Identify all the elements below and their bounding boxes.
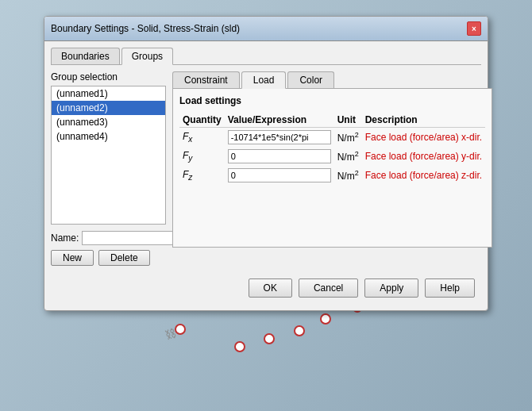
title-text: Boundary Settings - Solid, Stress-Strain… bbox=[51, 23, 240, 34]
ok-button[interactable]: OK bbox=[249, 278, 292, 298]
dialog-window: Boundary Settings - Solid, Stress-Strain… bbox=[44, 16, 488, 311]
main-layout: Group selection (unnamed1) (unnamed2) (u… bbox=[51, 71, 481, 266]
right-panel: Constraint Load Color Load settings Quan… bbox=[172, 71, 492, 266]
name-row: Name: bbox=[51, 231, 166, 245]
group-list[interactable]: (unnamed1) (unnamed2) (unnamed3) (unname… bbox=[51, 86, 166, 225]
title-bar: Boundary Settings - Solid, Stress-Strain… bbox=[44, 17, 488, 41]
quantity-fz: Fz bbox=[179, 166, 225, 185]
bottom-button-bar: OK Cancel Apply Help bbox=[51, 272, 481, 304]
tab-boundaries[interactable]: Boundaries bbox=[51, 48, 120, 64]
close-button[interactable]: × bbox=[467, 21, 481, 36]
tab-groups[interactable]: Groups bbox=[121, 48, 173, 65]
value-cell-fx bbox=[225, 128, 334, 148]
quantity-fx: Fx bbox=[179, 128, 225, 148]
table-row: Fy N/m2 Face load (force/area) y-dir. bbox=[179, 147, 485, 166]
value-cell-fz bbox=[225, 166, 334, 185]
unit-fz: N/m2 bbox=[334, 166, 362, 185]
apply-button[interactable]: Apply bbox=[364, 278, 418, 298]
group-item-1[interactable]: (unnamed1) bbox=[52, 86, 165, 101]
group-item-4[interactable]: (unnamed4) bbox=[52, 129, 165, 144]
tab-constraint[interactable]: Constraint bbox=[172, 71, 240, 88]
table-row: Fz N/m2 Face load (force/area) z-dir. bbox=[179, 166, 485, 185]
table-row: Fx N/m2 Face load (force/area) x-dir. bbox=[179, 128, 485, 148]
desc-fx: Face load (force/area) x-dir. bbox=[362, 128, 485, 148]
button-row: New Delete bbox=[51, 250, 166, 266]
value-cell-fy bbox=[225, 147, 334, 166]
load-table: Quantity Value/Expression Unit Descripti… bbox=[179, 113, 485, 185]
help-button[interactable]: Help bbox=[425, 278, 475, 298]
dialog-content: Boundaries Groups Group selection (unnam… bbox=[44, 41, 488, 310]
col-description: Description bbox=[362, 113, 485, 128]
desc-fy: Face load (force/area) y-dir. bbox=[362, 147, 485, 166]
group-selection-label: Group selection bbox=[51, 71, 166, 83]
new-button[interactable]: New bbox=[51, 250, 94, 266]
col-unit: Unit bbox=[334, 113, 362, 128]
settings-panel: Load settings Quantity Value/Expression … bbox=[172, 89, 492, 248]
value-input-fy[interactable] bbox=[228, 149, 331, 163]
group-item-3[interactable]: (unnamed3) bbox=[52, 115, 165, 129]
delete-button[interactable]: Delete bbox=[98, 250, 150, 266]
col-value: Value/Expression bbox=[225, 113, 334, 128]
tab-color[interactable]: Color bbox=[287, 71, 334, 88]
cancel-button[interactable]: Cancel bbox=[299, 278, 358, 298]
left-panel: Group selection (unnamed1) (unnamed2) (u… bbox=[51, 71, 166, 266]
unit-fx: N/m2 bbox=[334, 128, 362, 148]
settings-title: Load settings bbox=[179, 95, 485, 106]
name-label: Name: bbox=[51, 232, 79, 244]
top-tab-bar: Boundaries Groups bbox=[51, 48, 481, 65]
group-item-2[interactable]: (unnamed2) bbox=[52, 101, 165, 115]
unit-fy: N/m2 bbox=[334, 147, 362, 166]
tab-load[interactable]: Load bbox=[241, 71, 287, 89]
value-input-fx[interactable] bbox=[228, 130, 331, 144]
value-input-fz[interactable] bbox=[228, 168, 331, 182]
quantity-fy: Fy bbox=[179, 147, 225, 166]
sub-tab-bar: Constraint Load Color bbox=[172, 71, 492, 89]
col-quantity: Quantity bbox=[179, 113, 225, 128]
desc-fz: Face load (force/area) z-dir. bbox=[362, 166, 485, 185]
